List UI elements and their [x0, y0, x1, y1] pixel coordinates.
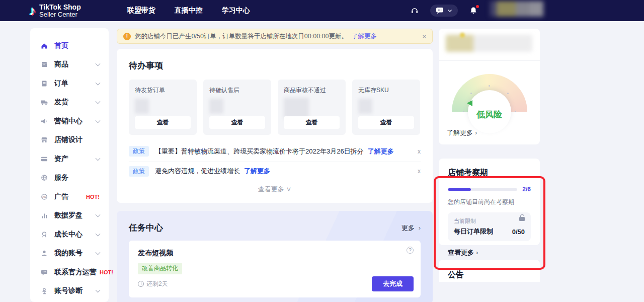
view-button[interactable]: 查看 [358, 116, 414, 129]
task-center-title: 任务中心 [129, 222, 163, 234]
sidebar-item-label: 营销中心 [54, 117, 96, 126]
todo-tile-review-failed: 商品审核不通过 查看 [278, 80, 346, 135]
see-more-button[interactable]: 查看更多 ∨ [129, 180, 421, 196]
close-icon[interactable]: x [418, 148, 421, 155]
todo-title: 待办事项 [129, 60, 421, 71]
sidebar-item-my-account[interactable]: 我的账号 [30, 244, 109, 263]
censored-value [284, 98, 309, 119]
messages-button[interactable] [430, 5, 458, 17]
sidebar-item-contact-official[interactable]: 联系官方运营 HOT! [30, 263, 109, 282]
sidebar-item-orders[interactable]: 订单 [30, 74, 109, 93]
arrow-right-icon: › [419, 224, 421, 232]
sidebar-item-account-diagnosis[interactable]: 账号诊断 [30, 282, 109, 301]
view-button[interactable]: 查看 [135, 116, 191, 129]
progress-label: 2/6 [522, 186, 531, 193]
brand-text: TikTok Shop Seller Center [39, 4, 81, 18]
nav-live-console[interactable]: 直播中控 [175, 6, 203, 15]
top-nav-links: 联盟带货 直播中控 学习中心 [127, 6, 250, 15]
task-footer: 还剩2天 去完成 [138, 276, 414, 291]
top-navigation-bar: ♪ TikTok Shop Seller Center 联盟带货 直播中控 学习… [0, 0, 644, 21]
banner-text: 您的店铺今日已产生0/50订单，订单数量将于店铺所在地次日00:00:00更新。 [135, 32, 348, 41]
task-more-link[interactable]: 更多 › [401, 223, 421, 233]
sidebar-item-label: 数据罗盘 [54, 211, 96, 220]
tile-label: 商品审核不通过 [284, 86, 340, 95]
info-icon: ! [123, 33, 131, 40]
go-complete-button[interactable]: 去完成 [372, 276, 414, 291]
sidebar-item-assets[interactable]: 资产 [30, 149, 109, 169]
sidebar-item-label: 账号诊断 [54, 286, 96, 295]
chevron-down-icon [447, 9, 452, 13]
tile-label: 待发货订单 [135, 86, 191, 95]
probation-period-card: 店铺考察期 2/6 您的店铺目前尚在考察期 当前限制 每日订单限制 0/50 查… [439, 159, 540, 245]
censored-value [135, 99, 149, 114]
task-deadline: 还剩2天 [146, 280, 168, 288]
sidebar-item-label: 成长中心 [54, 230, 96, 239]
sidebar-item-shop-design[interactable]: 店铺设计 [30, 131, 109, 150]
sidebar-item-growth-center[interactable]: 成长中心 [30, 225, 109, 244]
home-icon [40, 42, 48, 50]
chevron-down-icon [96, 212, 101, 217]
policy-learn-more-link[interactable]: 了解更多 [244, 167, 270, 176]
sidebar-item-products[interactable]: 商品 [30, 55, 109, 74]
bar-chart-icon [40, 211, 48, 219]
help-icon[interactable]: ? [407, 247, 414, 254]
tile-label: 无库存SKU [358, 86, 414, 95]
view-button[interactable]: 查看 [284, 116, 340, 129]
order-limit-banner: ! 您的店铺今日已产生0/50订单，订单数量将于店铺所在地次日00:00:00更… [117, 29, 433, 44]
sidebar-item-ads[interactable]: AD 广告 HOT! [30, 187, 109, 206]
medal-icon [40, 231, 48, 239]
sidebar-item-marketing[interactable]: 营销中心 [30, 112, 109, 131]
sidebar-item-services[interactable]: 服务 [30, 169, 109, 188]
policy-notices: 政策 【重要】普特敏物流渠道、跨境买卖家物流价卡将于2022年3月26日拆分 了… [129, 142, 421, 180]
megaphone-icon [40, 117, 48, 125]
close-icon[interactable]: × [422, 33, 426, 40]
sidebar-item-label: 店铺设计 [54, 135, 100, 144]
policy-row: 政策 【重要】普特敏物流渠道、跨境买卖家物流价卡将于2022年3月26日拆分 了… [129, 142, 421, 161]
nav-affiliate[interactable]: 联盟带货 [127, 6, 155, 15]
todo-card: 待办事项 待发货订单 查看 待确认售后 查看 商品审核不通过 查看 [117, 49, 433, 203]
main-content: ! 您的店铺今日已产生0/50订单，订单数量将于店铺所在地次日00:00:00更… [117, 29, 433, 302]
nav-learning-center[interactable]: 学习中心 [222, 6, 250, 15]
sidebar-item-label: 联系官方运营 [54, 268, 97, 277]
policy-text: 避免内容违规，促进业绩增长 [155, 167, 240, 176]
todo-tile-pending-aftersales: 待确认售后 查看 [203, 80, 271, 135]
chevron-down-icon [96, 156, 101, 161]
view-button[interactable]: 查看 [209, 116, 265, 129]
tiktok-shop-logo[interactable]: ♪ TikTok Shop Seller Center [29, 4, 81, 18]
censored-value [446, 35, 532, 52]
sidebar-item-label: 订单 [54, 79, 96, 88]
product-box-icon [40, 60, 48, 68]
sidebar-item-shipping[interactable]: 发货 [30, 93, 109, 112]
sidebar-item-data-compass[interactable]: 数据罗盘 [30, 206, 109, 225]
risk-learn-more-link[interactable]: 了解更多› [447, 128, 477, 137]
chat-bubble-icon [436, 7, 444, 14]
policy-learn-more-link[interactable]: 了解更多 [368, 147, 394, 156]
banner-learn-more-link[interactable]: 了解更多 [352, 32, 377, 41]
chevron-down-icon [96, 118, 101, 123]
sidebar-item-label: 服务 [54, 173, 100, 182]
task-center-header: 任务中心 更多 › [129, 222, 421, 234]
headset-icon[interactable] [410, 6, 419, 15]
hot-badge: HOT! [86, 194, 100, 200]
chat-icon [40, 268, 48, 276]
policy-badge: 政策 [129, 166, 149, 177]
close-icon[interactable]: x [418, 168, 421, 175]
sidebar-item-label: 商品 [54, 60, 96, 69]
task-center-card: 任务中心 更多 › 发布短视频 ? 改善商品转化 还剩2天 去完成 [117, 211, 433, 302]
topbar-actions [410, 0, 478, 21]
avatar[interactable] [490, 1, 543, 17]
policy-badge: 政策 [129, 146, 149, 157]
sidebar-item-label: 资产 [54, 155, 96, 164]
probation-see-more-link[interactable]: 查看更多› [448, 248, 531, 257]
tiktok-note-icon: ♪ [29, 4, 36, 17]
notifications-button[interactable] [469, 6, 478, 15]
chevron-down-icon [96, 231, 101, 236]
sidebar-item-label: 首页 [54, 41, 100, 50]
sidebar-item-home[interactable]: 首页 [30, 36, 109, 55]
current-limit-box: 当前限制 每日订单限制 0/50 [448, 212, 531, 241]
limit-caption: 当前限制 [454, 217, 525, 225]
censored-value [460, 33, 465, 38]
lock-icon [519, 217, 525, 221]
task-tag: 改善商品转化 [138, 263, 182, 274]
announcement-title: 公告 [448, 270, 531, 280]
